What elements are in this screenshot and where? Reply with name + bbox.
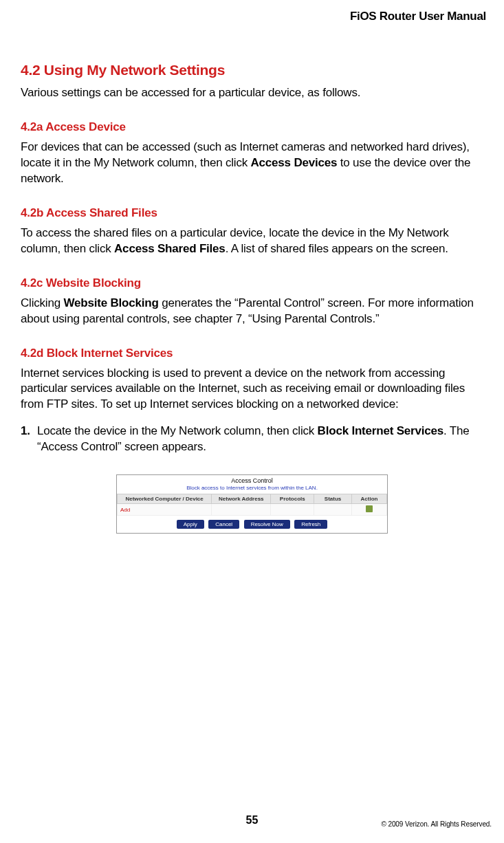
subheading-42d: 4.2d Block Internet Services xyxy=(21,347,483,360)
bold-block-internet-services: Block Internet Services xyxy=(318,424,443,437)
subheading-42a: 4.2a Access Device xyxy=(21,120,483,134)
para-42c: Clicking Website Blocking generates the … xyxy=(21,296,483,327)
screenshot-table: Networked Computer / Device Network Addr… xyxy=(117,494,387,516)
col-status: Status xyxy=(314,494,352,504)
page-number: 55 xyxy=(246,814,259,826)
screenshot-title: Access Control xyxy=(117,475,387,485)
subheading-42b: 4.2b Access Shared Files xyxy=(21,206,483,220)
bold-access-shared-files: Access Shared Files xyxy=(114,242,226,255)
subheading-42c: 4.2c Website Blocking xyxy=(21,276,483,290)
screenshot-buttons: Apply Cancel Resolve Now Refresh xyxy=(117,516,387,533)
para-42b: To access the shared files on a particul… xyxy=(21,226,483,257)
access-control-screenshot: Access Control Block access to Internet … xyxy=(116,474,388,534)
screenshot-subtitle: Block access to Internet services from w… xyxy=(117,485,387,494)
step-1: 1. Locate the device in the My Network c… xyxy=(21,424,483,455)
refresh-button[interactable]: Refresh xyxy=(294,520,327,529)
table-header-row: Networked Computer / Device Network Addr… xyxy=(118,494,387,504)
para-42d: Internet services blocking is used to pr… xyxy=(21,366,483,413)
text: Locate the device in the My Network colu… xyxy=(37,424,318,437)
cancel-button[interactable]: Cancel xyxy=(208,520,239,529)
copyright: © 2009 Verizon. All Rights Reserved. xyxy=(381,820,492,828)
section-intro: Various settings can be accessed for a p… xyxy=(21,85,483,101)
col-action: Action xyxy=(352,494,387,504)
step-number: 1. xyxy=(21,424,30,439)
page-content: 4.2 Using My Network Settings Various se… xyxy=(21,62,483,534)
col-device: Networked Computer / Device xyxy=(118,494,212,504)
col-protocols: Protocols xyxy=(271,494,314,504)
table-row: Add xyxy=(118,504,387,516)
bold-website-blocking: Website Blocking xyxy=(63,296,158,309)
section-heading: 4.2 Using My Network Settings xyxy=(21,62,483,78)
resolve-now-button[interactable]: Resolve Now xyxy=(244,520,290,529)
para-42a: For devices that can be accessed (such a… xyxy=(21,140,483,187)
text: . A list of shared files appears on the … xyxy=(226,242,448,255)
bold-access-devices: Access Devices xyxy=(251,156,338,169)
col-address: Network Address xyxy=(212,494,271,504)
add-link[interactable]: Add xyxy=(118,504,212,516)
manual-title: FiOS Router User Manual xyxy=(350,10,486,23)
apply-button[interactable]: Apply xyxy=(177,520,204,529)
add-icon[interactable] xyxy=(366,505,373,512)
text: Clicking xyxy=(21,296,63,309)
